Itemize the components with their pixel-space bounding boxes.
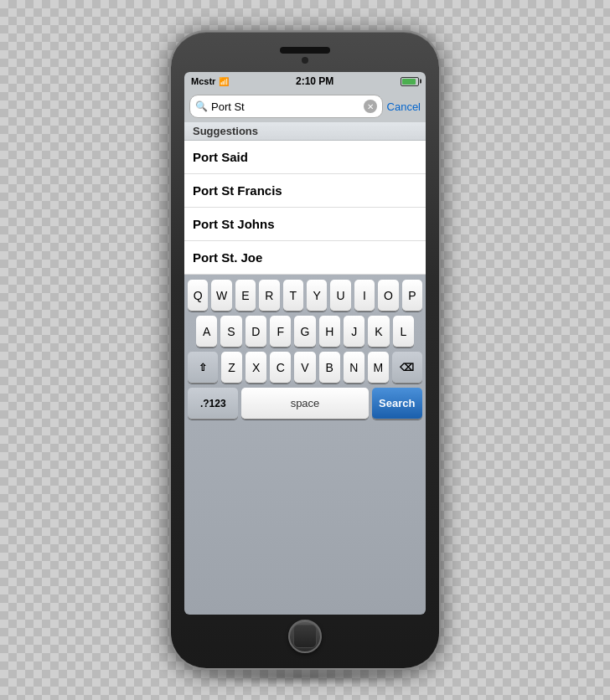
keyboard: Q W E R T Y U I O P A S D F G H J K xyxy=(184,275,426,615)
key-g[interactable]: G xyxy=(294,316,315,347)
phone-camera xyxy=(302,57,308,64)
space-key[interactable]: space xyxy=(241,388,368,419)
key-c[interactable]: C xyxy=(270,352,291,383)
keyboard-bottom-row: .?123 space Search xyxy=(188,388,422,419)
key-o[interactable]: O xyxy=(378,280,398,311)
key-n[interactable]: N xyxy=(344,352,364,383)
shift-key[interactable]: ⇧ xyxy=(188,352,218,383)
key-y[interactable]: Y xyxy=(307,280,327,311)
battery-icon xyxy=(401,77,419,86)
list-item[interactable]: Port St Francis xyxy=(184,174,426,208)
cancel-button[interactable]: Cancel xyxy=(387,100,421,113)
key-l[interactable]: L xyxy=(393,316,414,347)
search-input-wrapper[interactable]: 🔍 Port St ✕ xyxy=(189,95,383,118)
key-u[interactable]: U xyxy=(330,280,350,311)
key-a[interactable]: A xyxy=(196,316,217,347)
key-s[interactable]: S xyxy=(220,316,241,347)
key-e[interactable]: E xyxy=(235,280,256,311)
search-key[interactable]: Search xyxy=(372,388,422,419)
key-b[interactable]: B xyxy=(319,352,340,383)
home-button[interactable] xyxy=(288,620,322,653)
wifi-icon: 📶 xyxy=(219,77,229,86)
key-m[interactable]: M xyxy=(368,352,389,383)
key-f[interactable]: F xyxy=(270,316,291,347)
key-x[interactable]: X xyxy=(246,352,266,383)
search-icon: 🔍 xyxy=(195,100,208,112)
results-list: Port Said Port St Francis Port St Johns … xyxy=(184,141,426,275)
list-item[interactable]: Port Said xyxy=(184,141,426,174)
list-item[interactable]: Port St. Joe xyxy=(184,241,426,275)
keyboard-row-3: ⇧ Z X C V B N M ⌫ xyxy=(188,352,422,383)
carrier-label: Mcstr xyxy=(191,76,215,86)
key-p[interactable]: P xyxy=(402,280,422,311)
numbers-key[interactable]: .?123 xyxy=(188,388,238,419)
key-t[interactable]: T xyxy=(283,280,303,311)
phone-top-area xyxy=(184,47,426,67)
search-bar-container: 🔍 Port St ✕ Cancel xyxy=(184,90,426,122)
suggestions-header: Suggestions xyxy=(184,122,426,141)
status-right xyxy=(401,77,419,86)
key-d[interactable]: D xyxy=(246,316,266,347)
key-w[interactable]: W xyxy=(211,280,231,311)
status-left: Mcstr 📶 xyxy=(191,76,229,86)
home-button-inner xyxy=(293,625,317,648)
key-i[interactable]: I xyxy=(354,280,375,311)
phone-frame: Mcstr 📶 2:10 PM 🔍 Port St ✕ Cancel Sugg xyxy=(171,32,439,668)
phone-bottom-bar xyxy=(184,620,426,653)
key-z[interactable]: Z xyxy=(221,352,242,383)
phone-speaker xyxy=(280,47,330,54)
key-h[interactable]: H xyxy=(319,316,340,347)
key-j[interactable]: J xyxy=(344,316,364,347)
phone-screen: Mcstr 📶 2:10 PM 🔍 Port St ✕ Cancel Sugg xyxy=(184,72,426,615)
list-item[interactable]: Port St Johns xyxy=(184,208,426,241)
key-r[interactable]: R xyxy=(259,280,279,311)
search-input[interactable]: Port St xyxy=(211,100,364,113)
phone-shadow xyxy=(188,668,422,685)
time-label: 2:10 PM xyxy=(296,75,333,87)
key-q[interactable]: Q xyxy=(188,280,208,311)
battery-fill xyxy=(402,79,416,85)
key-k[interactable]: K xyxy=(368,316,389,347)
key-v[interactable]: V xyxy=(294,352,315,383)
search-clear-button[interactable]: ✕ xyxy=(364,100,377,113)
keyboard-row-1: Q W E R T Y U I O P xyxy=(188,280,422,311)
status-bar: Mcstr 📶 2:10 PM xyxy=(184,72,426,90)
delete-key[interactable]: ⌫ xyxy=(392,352,422,383)
keyboard-row-2: A S D F G H J K L xyxy=(188,316,422,347)
